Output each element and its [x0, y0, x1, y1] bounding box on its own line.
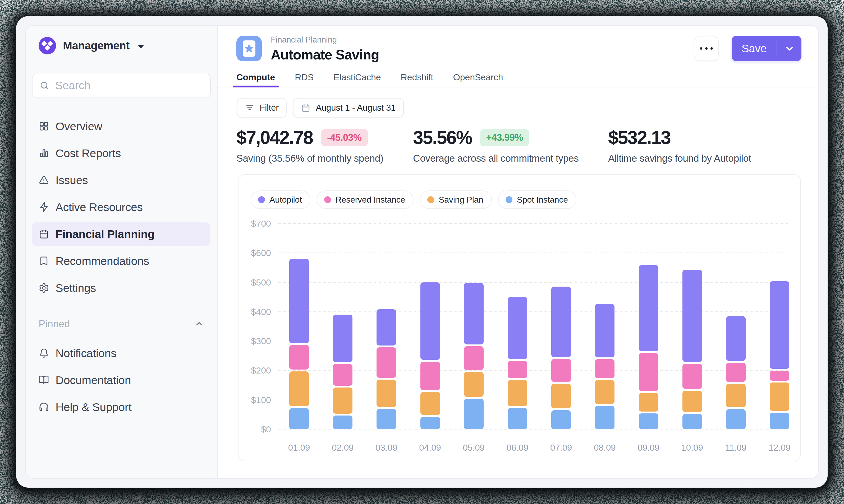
headphones-icon — [39, 402, 49, 412]
kpi-subtitle: Alltime savings found by Autopilot — [608, 153, 751, 164]
workspace-switcher[interactable]: Management — [25, 25, 217, 66]
bar-segment-spot-instance[interactable] — [464, 399, 484, 429]
bar-segment-autopilot[interactable] — [683, 270, 702, 362]
bar-segment-saving-plan[interactable] — [289, 372, 309, 406]
bar-segment-saving-plan[interactable] — [683, 391, 702, 412]
x-axis-label: 01.09 — [288, 443, 310, 453]
bar-segment-saving-plan[interactable] — [464, 372, 484, 397]
bar-segment-saving-plan[interactable] — [770, 382, 789, 411]
sidebar-item-label: Active Resources — [55, 201, 143, 214]
sidebar-divider — [25, 309, 217, 309]
bar-segment-reserved-instance[interactable] — [639, 353, 658, 391]
sidebar-item-help-support[interactable]: Help & Support — [32, 394, 210, 420]
x-axis-label: 09.09 — [637, 443, 659, 453]
bar-segment-saving-plan[interactable] — [420, 392, 440, 415]
tab-elasticache[interactable]: ElastiCache — [333, 66, 381, 87]
bar-segment-spot-instance[interactable] — [639, 413, 658, 429]
bar-segment-reserved-instance[interactable] — [289, 345, 309, 370]
filter-button[interactable]: Filter — [237, 98, 287, 118]
bar-segment-reserved-instance[interactable] — [683, 364, 702, 389]
gridline — [278, 341, 789, 341]
bar-segment-autopilot[interactable] — [464, 283, 484, 345]
more-actions-button[interactable] — [694, 36, 719, 61]
tab-compute[interactable]: Compute — [236, 66, 275, 87]
bar-segment-saving-plan[interactable] — [595, 380, 615, 404]
cost-reports-icon — [39, 148, 49, 159]
sidebar-item-settings[interactable]: Settings — [32, 274, 210, 301]
save-dropdown-toggle[interactable] — [777, 43, 802, 54]
bar-segment-autopilot[interactable] — [377, 309, 396, 345]
bar-segment-reserved-instance[interactable] — [551, 359, 571, 382]
app-panel: Management Search OverviewCost ReportsIs… — [25, 25, 819, 479]
x-axis-label: 08.09 — [594, 443, 616, 453]
bar-segment-saving-plan[interactable] — [726, 384, 746, 408]
bar-segment-saving-plan[interactable] — [377, 380, 396, 407]
x-axis-label: 05.09 — [463, 443, 485, 453]
sidebar-item-notifications[interactable]: Notifications — [32, 340, 210, 367]
sidebar-item-issues[interactable]: Issues — [32, 167, 210, 194]
bar-segment-spot-instance[interactable] — [683, 414, 702, 429]
bar-segment-autopilot[interactable] — [289, 259, 309, 343]
sidebar-item-recommendations[interactable]: Recommendations — [32, 248, 210, 274]
bar-segment-spot-instance[interactable] — [289, 408, 309, 429]
bar-segment-autopilot[interactable] — [726, 316, 746, 361]
x-axis-label: 10.09 — [682, 443, 703, 453]
bar-segment-spot-instance[interactable] — [420, 417, 440, 429]
tab-bar: ComputeRDSElastiCacheRedshiftOpenSearch — [218, 66, 818, 87]
recommendations-icon — [39, 256, 49, 266]
bar-segment-spot-instance[interactable] — [508, 408, 527, 429]
sidebar-item-cost-reports[interactable]: Cost Reports — [32, 140, 210, 167]
bar-segment-spot-instance[interactable] — [770, 413, 789, 429]
search-input[interactable]: Search — [32, 74, 211, 97]
bar-segment-reserved-instance[interactable] — [726, 363, 746, 382]
gridline — [278, 429, 789, 430]
sidebar-item-label: Recommendations — [55, 255, 149, 268]
sidebar-item-financial-planning[interactable]: Financial Planning — [32, 222, 210, 246]
bar-segment-reserved-instance[interactable] — [770, 371, 789, 381]
y-axis-label: $200 — [242, 365, 271, 376]
bar-segment-reserved-instance[interactable] — [508, 361, 527, 378]
save-button[interactable]: Save — [731, 36, 802, 61]
bar-segment-spot-instance[interactable] — [377, 409, 396, 429]
bar-segment-saving-plan[interactable] — [639, 393, 658, 412]
gridline — [278, 370, 789, 371]
sidebar-item-active-resources[interactable]: Active Resources — [32, 194, 210, 220]
bar-segment-reserved-instance[interactable] — [420, 362, 440, 390]
bar-segment-reserved-instance[interactable] — [333, 364, 352, 386]
tab-rds[interactable]: RDS — [295, 66, 314, 87]
x-axis-label: 06.09 — [506, 443, 529, 453]
bar-segment-reserved-instance[interactable] — [464, 346, 484, 370]
sidebar-item-documentation[interactable]: Documentation — [32, 367, 210, 394]
gridline — [278, 400, 789, 400]
bar-segment-spot-instance[interactable] — [726, 409, 746, 429]
bar-segment-autopilot[interactable] — [420, 282, 440, 360]
bar-segment-saving-plan[interactable] — [551, 384, 571, 408]
x-axis-label: 07.09 — [550, 443, 572, 453]
bar-segment-spot-instance[interactable] — [333, 415, 352, 429]
bar-segment-spot-instance[interactable] — [595, 406, 615, 429]
bar-segment-saving-plan[interactable] — [333, 388, 352, 414]
bar-segment-reserved-instance[interactable] — [595, 359, 615, 378]
tab-opensearch[interactable]: OpenSearch — [453, 66, 503, 87]
pinned-section-header[interactable]: Pinned — [39, 318, 204, 330]
kpi-value: $7,042.78 — [236, 127, 313, 148]
bar-segment-autopilot[interactable] — [508, 297, 527, 359]
gridline — [278, 311, 789, 312]
kpi-badge: -45.03% — [321, 129, 368, 146]
bar-segment-reserved-instance[interactable] — [377, 347, 396, 378]
bar-segment-autopilot[interactable] — [639, 265, 658, 351]
chart-card: AutopilotReserved InstanceSaving PlanSpo… — [238, 174, 801, 461]
gridline — [278, 253, 789, 253]
tab-redshift[interactable]: Redshift — [400, 66, 433, 87]
bar-segment-saving-plan[interactable] — [508, 380, 527, 406]
date-range-button[interactable]: August 1 - August 31 — [293, 98, 403, 118]
x-axis-label: 11.09 — [725, 443, 746, 453]
bar-segment-spot-instance[interactable] — [551, 410, 571, 429]
y-axis-label: $500 — [242, 277, 271, 287]
search-placeholder: Search — [55, 79, 90, 92]
bar-segment-autopilot[interactable] — [551, 287, 571, 357]
sidebar-item-overview[interactable]: Overview — [32, 113, 210, 140]
bar-segment-autopilot[interactable] — [333, 314, 352, 362]
bar-segment-autopilot[interactable] — [595, 304, 615, 357]
bar-segment-autopilot[interactable] — [770, 281, 789, 368]
